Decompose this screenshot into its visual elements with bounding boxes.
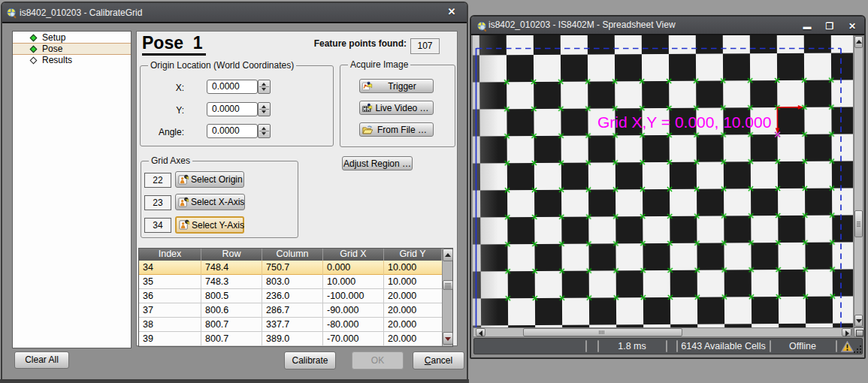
- svg-text:Grid X,Y = 0.000, 10.000: Grid X,Y = 0.000, 10.000: [597, 113, 771, 131]
